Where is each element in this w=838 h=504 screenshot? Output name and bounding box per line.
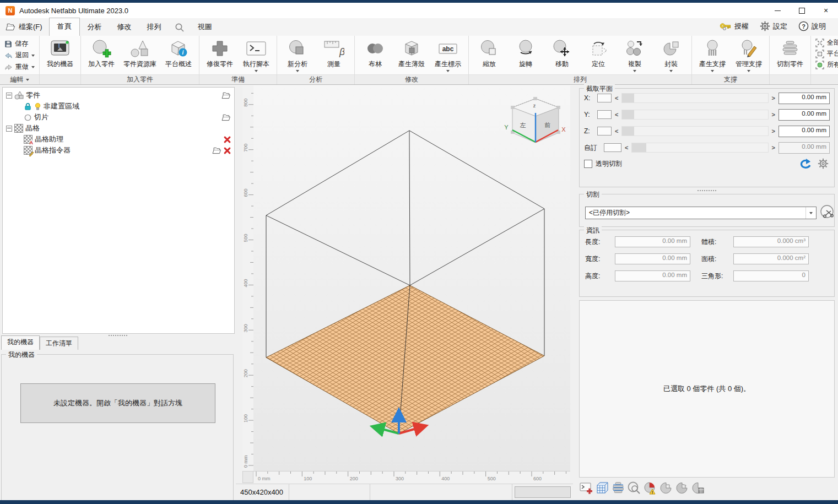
- create-support-dropdown-icon[interactable]: [711, 70, 714, 72]
- open-folder-icon[interactable]: [221, 114, 231, 121]
- file-menu-button[interactable]: 檔案(F): [0, 22, 49, 36]
- new-script-button[interactable]: [579, 481, 593, 495]
- undo-dropdown-icon[interactable]: [31, 55, 35, 57]
- cut-preview-button[interactable]: [659, 481, 673, 495]
- move-button[interactable]: 移動: [544, 37, 580, 69]
- viewport-3d[interactable]: 左 前 z Y X: [253, 85, 570, 471]
- clip-settings-gear-icon[interactable]: [818, 158, 829, 169]
- tree-item-no-build-zone[interactable]: 非建置區域: [3, 101, 234, 112]
- delete-x-icon[interactable]: [224, 147, 231, 154]
- license-button[interactable]: 授權: [715, 20, 753, 33]
- open-folder-icon[interactable]: [212, 147, 221, 154]
- close-button[interactable]: ×: [814, 3, 838, 18]
- search-button[interactable]: [169, 23, 190, 36]
- open-folder-icon[interactable]: [221, 92, 231, 99]
- create-shell-button[interactable]: 產生薄殼: [393, 37, 430, 69]
- slider-left-arrow[interactable]: <: [625, 144, 628, 151]
- title-bar[interactable]: N Autodesk Netfabb Ultimate 2023.0 ×: [0, 3, 838, 18]
- create-label-button[interactable]: abc 產生標示: [430, 37, 466, 72]
- clip-z-value[interactable]: 0.00 mm: [778, 126, 830, 137]
- tab-home[interactable]: 首頁: [49, 18, 80, 36]
- tab-modify[interactable]: 修改: [110, 19, 139, 36]
- manage-support-dropdown-icon[interactable]: [747, 70, 750, 72]
- slider-left-arrow[interactable]: <: [615, 128, 618, 134]
- slider-right-arrow[interactable]: >: [772, 111, 775, 118]
- pack-dropdown-icon[interactable]: [669, 70, 673, 72]
- clip-y-value[interactable]: 0.00 mm: [778, 109, 830, 121]
- panel-splitter-handle[interactable]: [108, 334, 128, 337]
- reset-undo-icon[interactable]: [799, 158, 812, 169]
- clip-x-value[interactable]: 0.00 mm: [778, 93, 830, 104]
- maximize-button[interactable]: [790, 3, 814, 18]
- tree-item-lattice-commander[interactable]: 晶格指令器: [3, 145, 234, 156]
- slider-thumb[interactable]: [622, 127, 634, 136]
- delete-x-icon[interactable]: [224, 136, 231, 143]
- slider-left-arrow[interactable]: <: [615, 111, 618, 118]
- add-part-button[interactable]: 加入零件: [83, 37, 120, 69]
- redo-dropdown-icon[interactable]: [31, 66, 35, 68]
- save-button[interactable]: 儲存: [3, 38, 36, 50]
- no-machine-configured-button[interactable]: 未設定機器。開啟「我的機器」對話方塊: [20, 383, 215, 423]
- cut-save-button[interactable]: [691, 481, 705, 495]
- lattice-view-button[interactable]: [595, 481, 609, 495]
- pack-button[interactable]: 封裝: [653, 37, 689, 72]
- slider-right-arrow[interactable]: >: [772, 128, 775, 134]
- minimize-button[interactable]: [765, 3, 790, 18]
- tab-view[interactable]: 視圖: [190, 19, 220, 36]
- tab-my-machine[interactable]: 我的機器: [1, 335, 40, 350]
- zoom-platform-button[interactable]: 平台: [815, 49, 838, 58]
- tab-job-list[interactable]: 工作清單: [40, 337, 78, 350]
- transparent-cut-checkbox[interactable]: [584, 160, 592, 168]
- run-script-button[interactable]: 執行腳本: [238, 37, 274, 72]
- cut-parts-button[interactable]: 切割零件: [772, 37, 808, 69]
- slider-left-arrow[interactable]: <: [615, 95, 618, 101]
- tab-analysis[interactable]: 分析: [80, 19, 110, 36]
- tab-arrange[interactable]: 排列: [139, 19, 169, 36]
- slider-thumb[interactable]: [632, 143, 646, 152]
- repair-warning-button[interactable]: [643, 481, 657, 495]
- slider-right-arrow[interactable]: >: [772, 144, 775, 151]
- cut-tool-button[interactable]: [820, 204, 835, 220]
- undo-button[interactable]: 退回: [3, 50, 36, 61]
- position-button[interactable]: 定位: [580, 37, 617, 69]
- slider-thumb[interactable]: [622, 110, 634, 119]
- tree-item-parts[interactable]: 零件: [3, 90, 234, 101]
- new-analysis-dropdown-icon[interactable]: [296, 70, 299, 72]
- clip-custom-slider[interactable]: [631, 143, 768, 153]
- part-library-button[interactable]: 零件資源庫: [120, 37, 160, 69]
- slicing-dropdown[interactable]: <已停用切割>: [585, 207, 817, 219]
- collapse-icon[interactable]: [6, 126, 12, 132]
- clip-y-slider[interactable]: [621, 110, 768, 120]
- new-analysis-button[interactable]: 新分析: [279, 37, 316, 72]
- rotate-button[interactable]: 旋轉: [507, 37, 544, 69]
- help-button[interactable]: ? 說明: [794, 19, 830, 33]
- panel-splitter-handle[interactable]: [697, 189, 717, 192]
- repair-part-button[interactable]: 修復零件: [202, 37, 238, 69]
- run-script-dropdown-icon[interactable]: [255, 70, 258, 72]
- scale-button[interactable]: 縮放: [471, 37, 507, 69]
- create-support-button[interactable]: 產生支撐: [694, 37, 731, 72]
- zoom-all-button[interactable]: 全部: [815, 38, 838, 47]
- slider-thumb[interactable]: [622, 94, 634, 102]
- edit-group-label[interactable]: 編輯: [0, 74, 39, 84]
- tree-item-lattice-assistant[interactable]: A 晶格助理: [3, 134, 234, 145]
- collapse-icon[interactable]: [6, 93, 12, 99]
- measure-button[interactable]: β 測量: [316, 37, 352, 69]
- duplicate-dropdown-icon[interactable]: [633, 70, 636, 72]
- ruler-corner-box[interactable]: [242, 471, 253, 483]
- inspect-button[interactable]: [627, 481, 641, 495]
- create-label-dropdown-icon[interactable]: [446, 70, 450, 72]
- zoom-all-parts-button[interactable]: 所有零件: [815, 60, 838, 69]
- clip-x-slider[interactable]: [621, 93, 768, 103]
- platform-overview-button[interactable]: i 平台概述: [160, 37, 197, 69]
- manage-support-button[interactable]: 管理支撐: [731, 37, 767, 72]
- slice-view-button[interactable]: [611, 481, 625, 495]
- tree-item-slices[interactable]: 切片: [3, 112, 234, 123]
- duplicate-button[interactable]: 複製: [617, 37, 653, 72]
- clip-x-checkbox[interactable]: [597, 94, 612, 102]
- clip-z-slider[interactable]: [621, 126, 768, 136]
- my-machine-button[interactable]: 我的機器: [42, 37, 78, 69]
- clip-z-checkbox[interactable]: [597, 127, 612, 136]
- tree-item-lattice[interactable]: 晶格: [3, 123, 234, 134]
- clip-y-checkbox[interactable]: [597, 110, 612, 119]
